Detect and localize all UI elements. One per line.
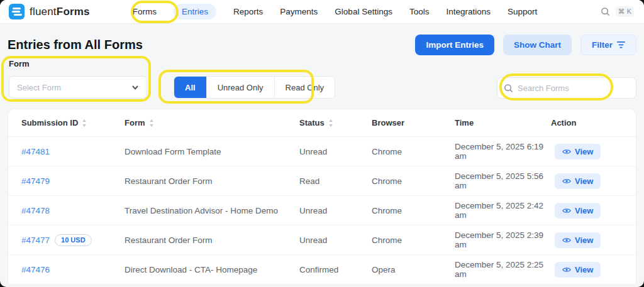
status-cell: Unread <box>299 236 372 245</box>
tab-all[interactable]: All <box>174 77 207 98</box>
header-actions: Import Entries Show Chart Filter <box>415 35 636 55</box>
status-cell: Unread <box>299 147 372 156</box>
submission-id-cell: #47481 <box>21 147 125 156</box>
search-icon <box>504 84 513 93</box>
chevron-down-icon <box>131 84 139 91</box>
table-row: #47477 10 USD Restaurant Order Form Unre… <box>8 225 636 255</box>
column-header-status[interactable]: Status <box>299 118 372 127</box>
filter-button[interactable]: Filter <box>580 35 636 55</box>
nav-item-global-settings[interactable]: Global Settings <box>335 4 392 19</box>
entries-table: Submission ID Form Status Browser Time A… <box>8 109 636 284</box>
sort-icon[interactable] <box>328 119 333 127</box>
column-header-action: Action <box>551 118 636 127</box>
nav-item-entries[interactable]: Entries <box>174 4 216 19</box>
nav-item-payments[interactable]: Payments <box>280 4 318 19</box>
browser-cell: Chrome <box>372 206 455 215</box>
time-cell: December 5, 2025 2:25 am <box>455 260 551 279</box>
status-cell: Unread <box>299 206 372 215</box>
form-select-placeholder: Select Form <box>17 83 131 92</box>
action-cell: View <box>551 203 636 219</box>
submission-id-cell: #47479 <box>21 176 125 186</box>
top-navbar: fluentForms Forms Entries Reports Paymen… <box>0 0 644 24</box>
nav-item-reports[interactable]: Reports <box>233 4 263 19</box>
action-cell: View <box>551 262 636 278</box>
nav-item-integrations[interactable]: Integrations <box>446 4 491 19</box>
nav-item-tools[interactable]: Tools <box>409 4 430 19</box>
search-forms-group <box>497 77 636 99</box>
browser-cell: Chrome <box>372 176 455 186</box>
eye-icon <box>562 207 571 214</box>
eye-icon <box>562 266 571 273</box>
table-row: #47481 Download Form Template Unread Chr… <box>8 137 636 166</box>
view-button[interactable]: View <box>555 232 601 248</box>
view-button[interactable]: View <box>555 144 601 160</box>
fluentforms-logo-icon <box>9 4 25 19</box>
read-status-tabs: All Unread Only Read Only <box>174 76 335 99</box>
nav-item-support[interactable]: Support <box>508 4 537 19</box>
submission-id-link[interactable]: #47476 <box>21 265 50 274</box>
submission-id-cell: #47476 <box>21 265 125 274</box>
eye-icon <box>562 148 571 155</box>
sort-icon[interactable] <box>82 119 87 127</box>
view-button[interactable]: View <box>555 203 601 219</box>
view-button-label: View <box>575 176 593 186</box>
app-window: fluentForms Forms Entries Reports Paymen… <box>0 0 644 287</box>
page-title: Entries from All Forms <box>8 38 143 52</box>
column-header-form[interactable]: Form <box>125 118 299 127</box>
filter-button-label: Filter <box>592 40 613 50</box>
column-header-submission-id[interactable]: Submission ID <box>21 118 125 127</box>
column-header-browser: Browser <box>372 118 455 127</box>
show-chart-button[interactable]: Show Chart <box>503 35 572 55</box>
nav-item-forms[interactable]: Forms <box>133 4 157 19</box>
column-header-time: Time <box>455 118 551 127</box>
payment-badge: 10 USD <box>55 234 92 246</box>
table-row: #47478 Travel Destination Advisor - Home… <box>8 196 636 225</box>
filter-icon <box>617 41 625 48</box>
eye-icon <box>562 178 571 185</box>
action-cell: View <box>551 232 636 248</box>
nav-right: ⌘ K <box>601 6 638 17</box>
filter-controls: Form Select Form All Unread Only Read On… <box>0 57 644 107</box>
view-button-label: View <box>575 236 593 245</box>
table-row: #47476 Direct Download - CTA- Homepage C… <box>8 255 636 284</box>
time-cell: December 5, 2025 6:19 am <box>455 142 551 161</box>
browser-cell: Chrome <box>372 236 455 245</box>
view-button[interactable]: View <box>555 262 601 278</box>
view-button-label: View <box>575 206 593 215</box>
submission-id-cell: #47478 <box>21 206 125 215</box>
submission-id-link[interactable]: #47477 <box>21 236 50 245</box>
fluentforms-logo[interactable]: fluentForms <box>9 4 90 19</box>
status-cell: Read <box>299 176 372 186</box>
form-name-cell: Restaurant Order Form <box>125 236 299 245</box>
search-icon[interactable] <box>601 7 610 16</box>
table-header-row: Submission ID Form Status Browser Time A… <box>8 109 636 137</box>
time-cell: December 5, 2025 5:56 am <box>455 171 551 190</box>
page-header: Entries from All Forms Import Entries Sh… <box>0 24 644 57</box>
table-row: #47479 Restaurant Order Form Read Chrome… <box>8 166 636 196</box>
view-button[interactable]: View <box>555 173 601 189</box>
action-cell: View <box>551 144 636 160</box>
submission-id-cell: #47477 10 USD <box>21 234 125 246</box>
form-name-cell: Download Form Template <box>125 147 299 156</box>
tab-read-only[interactable]: Read Only <box>275 77 335 98</box>
status-cell: Confirmed <box>299 265 372 274</box>
action-cell: View <box>551 173 636 189</box>
sort-icon[interactable] <box>149 119 154 127</box>
browser-cell: Opera <box>372 265 455 274</box>
form-select[interactable]: Select Form <box>9 76 147 99</box>
import-entries-button[interactable]: Import Entries <box>415 35 494 55</box>
submission-id-link[interactable]: #47479 <box>21 176 50 186</box>
view-button-label: View <box>575 265 593 274</box>
time-cell: December 5, 2025 2:42 am <box>455 201 551 220</box>
form-select-group: Form Select Form <box>9 59 147 99</box>
form-name-cell: Restaurant Order Form <box>125 176 299 186</box>
table-body: #47481 Download Form Template Unread Chr… <box>8 137 636 284</box>
brand-name: fluentForms <box>30 6 90 18</box>
time-cell: December 5, 2025 2:39 am <box>455 230 551 249</box>
browser-cell: Chrome <box>372 147 455 156</box>
submission-id-link[interactable]: #47478 <box>21 206 50 215</box>
keyboard-shortcut-badge: ⌘ K <box>616 6 634 17</box>
tab-unread-only[interactable]: Unread Only <box>207 77 275 98</box>
submission-id-link[interactable]: #47481 <box>21 147 50 156</box>
search-forms-input[interactable] <box>497 77 636 99</box>
